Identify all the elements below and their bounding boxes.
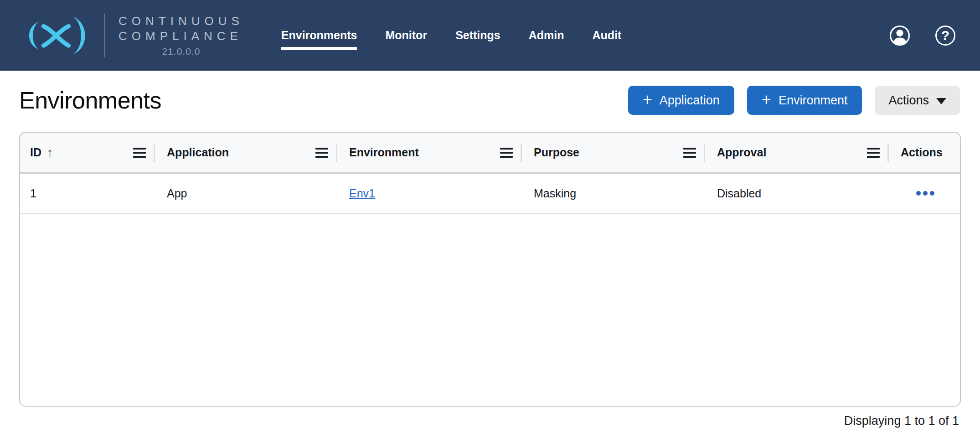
column-label-purpose[interactable]: Purpose [534, 146, 579, 159]
nav-item-label: Settings [455, 29, 500, 41]
title-row: Environments + Application + Environment… [19, 82, 960, 119]
nav-item-admin[interactable]: Admin [529, 24, 564, 46]
column-header-id: ID ↑ [20, 133, 155, 172]
cell-approval: Disabled [705, 174, 889, 213]
column-header-application: Application [155, 133, 337, 172]
brand-line2: COMPLIANCE [119, 29, 244, 44]
column-menu-icon[interactable] [683, 148, 696, 158]
environments-table: ID ↑ Application Environment Purpose App… [19, 132, 961, 407]
brand-line1: CONTINUOUS [119, 14, 244, 29]
column-label-approval[interactable]: Approval [717, 146, 766, 159]
column-menu-icon[interactable] [500, 148, 513, 158]
row-actions-ellipsis-icon[interactable] [913, 186, 937, 200]
column-label-application[interactable]: Application [167, 146, 229, 159]
app-header: CONTINUOUS COMPLIANCE 21.0.0.0 Environme… [0, 0, 980, 71]
column-header-environment: Environment [337, 133, 522, 172]
actions-menu-button[interactable]: Actions [875, 86, 960, 115]
column-label-id[interactable]: ID [30, 146, 41, 159]
column-header-approval: Approval [705, 133, 889, 172]
nav-item-label: Environments [281, 29, 357, 41]
cell-purpose: Masking [522, 174, 705, 213]
cell-actions [889, 174, 960, 213]
appbar-icons: ? [889, 25, 956, 46]
cell-id: 1 [20, 174, 155, 213]
column-menu-icon[interactable] [315, 148, 328, 158]
column-header-actions: Actions [889, 133, 960, 172]
cell-environment: Env1 [337, 174, 522, 213]
table-empty-area [20, 214, 960, 406]
add-environment-button[interactable]: + Environment [747, 86, 862, 115]
table-row: 1 App Env1 Masking Disabled [20, 174, 960, 214]
add-application-button[interactable]: + Application [628, 86, 734, 115]
main-nav: Environments Monitor Settings Admin Audi… [281, 24, 622, 46]
toolbar: + Application + Environment Actions [628, 86, 960, 115]
brand-logo-link[interactable]: CONTINUOUS COMPLIANCE 21.0.0.0 [22, 12, 244, 59]
table-header-row: ID ↑ Application Environment Purpose App… [20, 133, 960, 174]
sort-asc-icon[interactable]: ↑ [47, 145, 53, 160]
user-account-icon[interactable] [889, 25, 911, 46]
page-title: Environments [19, 87, 628, 114]
nav-item-monitor[interactable]: Monitor [385, 24, 427, 46]
nav-item-label: Audit [593, 29, 622, 41]
nav-item-environments[interactable]: Environments [281, 24, 357, 46]
active-tab-underline [281, 47, 357, 50]
brand-text: CONTINUOUS COMPLIANCE 21.0.0.0 [119, 14, 244, 57]
nav-item-label: Admin [529, 29, 564, 41]
help-glyph: ? [941, 28, 949, 43]
delphix-x-logo-icon [22, 12, 90, 59]
brand-divider [104, 14, 105, 57]
brand-version: 21.0.0.0 [162, 46, 200, 57]
column-menu-icon[interactable] [133, 148, 146, 158]
button-label: Environment [779, 93, 848, 108]
nav-item-label: Monitor [385, 29, 427, 41]
column-menu-icon[interactable] [867, 148, 880, 158]
environment-link[interactable]: Env1 [349, 187, 375, 200]
nav-item-settings[interactable]: Settings [455, 24, 500, 46]
plus-icon: + [762, 92, 771, 108]
plus-icon: + [643, 92, 652, 108]
help-icon[interactable]: ? [934, 25, 956, 46]
column-header-purpose: Purpose [522, 133, 705, 172]
caret-down-icon [936, 98, 946, 104]
column-label-actions: Actions [901, 146, 943, 159]
button-label: Actions [888, 93, 929, 108]
cell-application: App [155, 174, 337, 213]
pagination-status: Displaying 1 to 1 of 1 [19, 414, 959, 428]
button-label: Application [660, 93, 720, 108]
nav-item-audit[interactable]: Audit [593, 24, 622, 46]
column-label-environment[interactable]: Environment [349, 146, 419, 159]
